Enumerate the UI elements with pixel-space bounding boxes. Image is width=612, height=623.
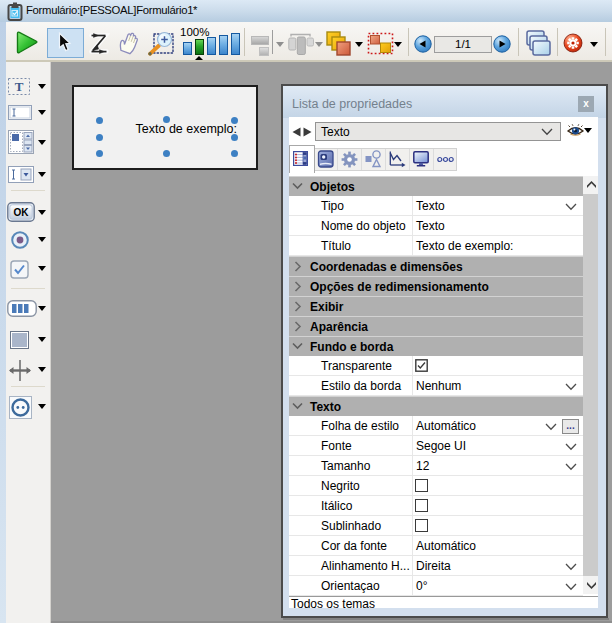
svg-text:T: T bbox=[15, 79, 24, 94]
svg-text:OK: OK bbox=[14, 207, 30, 218]
